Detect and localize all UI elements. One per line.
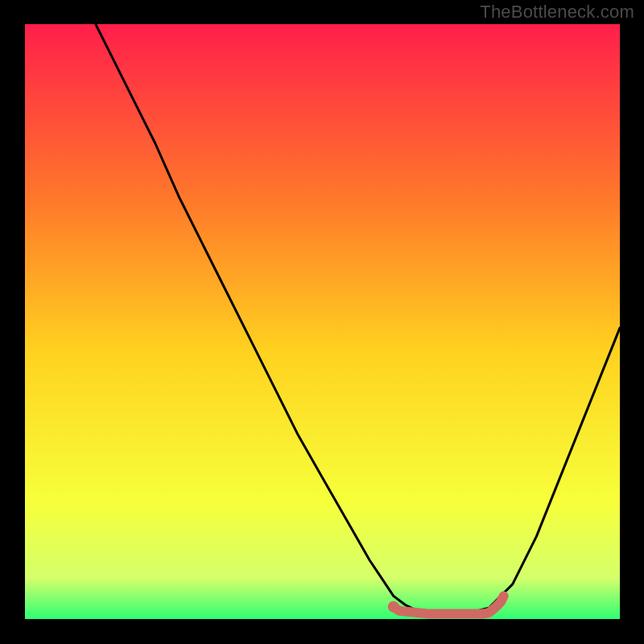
gradient-rect <box>24 24 620 620</box>
chart-frame: TheBottleneck.com <box>0 0 644 644</box>
watermark-text: TheBottleneck.com <box>480 2 634 23</box>
plot-area <box>24 24 620 620</box>
marker-dot <box>388 601 399 613</box>
chart-svg <box>24 24 620 620</box>
